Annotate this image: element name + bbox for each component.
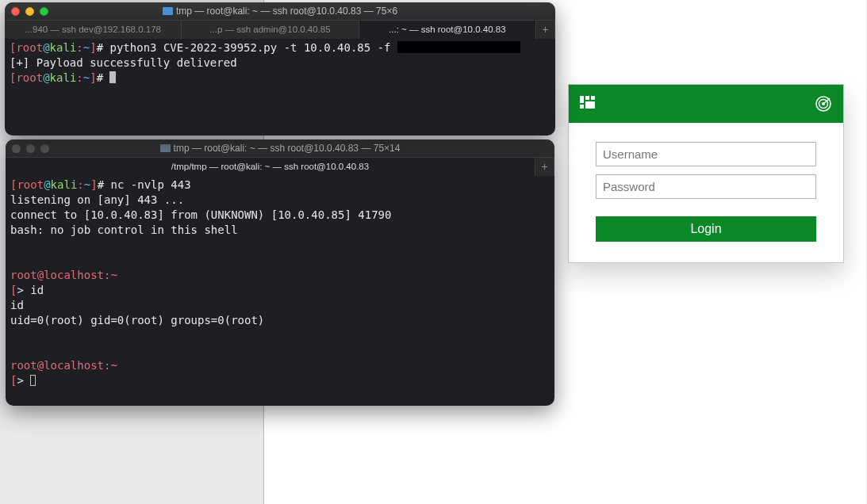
tab-root-ssh[interactable]: ...: ~ — ssh root@10.0.40.83 [359, 21, 536, 39]
svg-rect-4 [585, 101, 595, 109]
svg-rect-1 [585, 96, 589, 100]
new-tab-button[interactable]: + [536, 21, 555, 39]
app-logo-icon [580, 96, 600, 112]
radar-icon [815, 95, 832, 113]
zoom-icon[interactable] [40, 7, 48, 16]
minimize-icon[interactable] [25, 7, 34, 16]
folder-icon [160, 144, 171, 152]
svg-rect-0 [580, 96, 584, 103]
tab-dev-ssh[interactable]: ...940 — ssh dev@192.168.0.178 [5, 21, 182, 39]
terminal-window-exploit[interactable]: tmp — root@kali: ~ — ssh root@10.0.40.83… [5, 2, 555, 136]
svg-rect-2 [591, 96, 595, 100]
window-title: tmp — root@kali: ~ — ssh root@10.0.40.83… [174, 141, 401, 156]
terminal-output[interactable]: [root@kali:~]# nc -nvlp 443 listening on… [6, 176, 554, 391]
close-icon[interactable] [11, 7, 20, 16]
username-field[interactable] [596, 142, 816, 166]
redacted-block [397, 41, 520, 53]
tab-strip[interactable]: ...940 — ssh dev@192.168.0.178 ...p — ss… [5, 20, 555, 39]
close-icon[interactable] [12, 144, 21, 153]
login-header [569, 85, 843, 123]
terminal-output[interactable]: [root@kali:~]# python3 CVE-2022-39952.py… [5, 39, 555, 89]
login-panel: Login [568, 84, 844, 263]
cursor-icon [30, 375, 36, 386]
window-title: tmp — root@kali: ~ — ssh root@10.0.40.83… [176, 4, 397, 19]
folder-icon [163, 7, 173, 15]
svg-rect-3 [580, 105, 584, 109]
password-field[interactable] [596, 174, 816, 199]
login-button[interactable]: Login [596, 216, 816, 242]
terminal-window-listener[interactable]: tmp — root@kali: ~ — ssh root@10.0.40.83… [6, 139, 554, 406]
new-tab-button[interactable]: + [535, 158, 554, 176]
minimize-icon[interactable] [26, 144, 35, 153]
titlebar[interactable]: tmp — root@kali: ~ — ssh root@10.0.40.83… [5, 2, 555, 20]
tab-listener[interactable]: /tmp/tmp — root@kali: ~ — ssh root@10.0.… [6, 158, 535, 176]
tab-admin-ssh[interactable]: ...p — ssh admin@10.0.40.85 [182, 21, 359, 39]
cursor-icon [109, 71, 116, 83]
titlebar[interactable]: tmp — root@kali: ~ — ssh root@10.0.40.83… [6, 139, 554, 157]
zoom-icon[interactable] [40, 144, 49, 153]
tab-strip[interactable]: /tmp/tmp — root@kali: ~ — ssh root@10.0.… [6, 157, 554, 176]
